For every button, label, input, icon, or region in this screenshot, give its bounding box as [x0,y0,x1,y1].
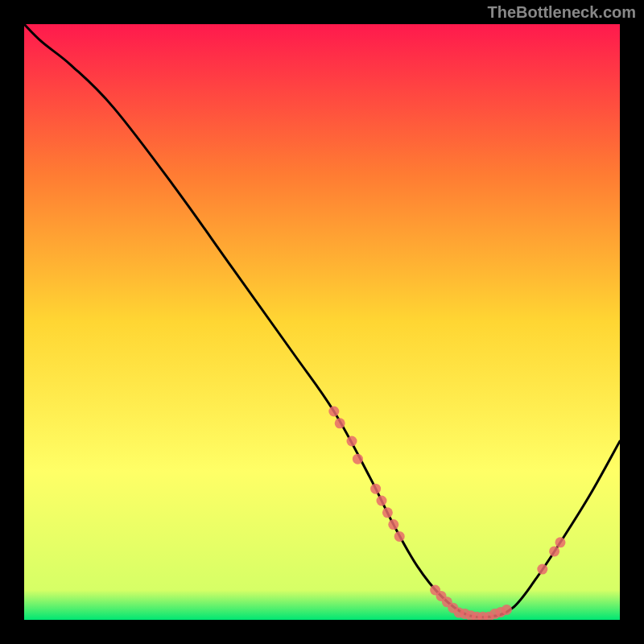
data-marker [328,407,339,417]
data-marker [382,507,393,518]
data-marker [549,546,559,556]
chart-figure: TheBottleneck.com [0,0,644,644]
data-marker [377,496,387,506]
data-marker [555,537,566,547]
data-marker [347,436,357,447]
chart-svg [24,24,620,620]
attribution-text: TheBottleneck.com [488,3,636,22]
data-marker [502,605,512,615]
data-marker [388,519,398,530]
data-marker [370,484,381,494]
data-marker [394,531,405,542]
gradient-background [24,24,620,620]
data-marker [335,418,345,428]
plot-area [24,24,620,620]
data-marker [537,564,547,575]
data-marker [353,454,363,464]
